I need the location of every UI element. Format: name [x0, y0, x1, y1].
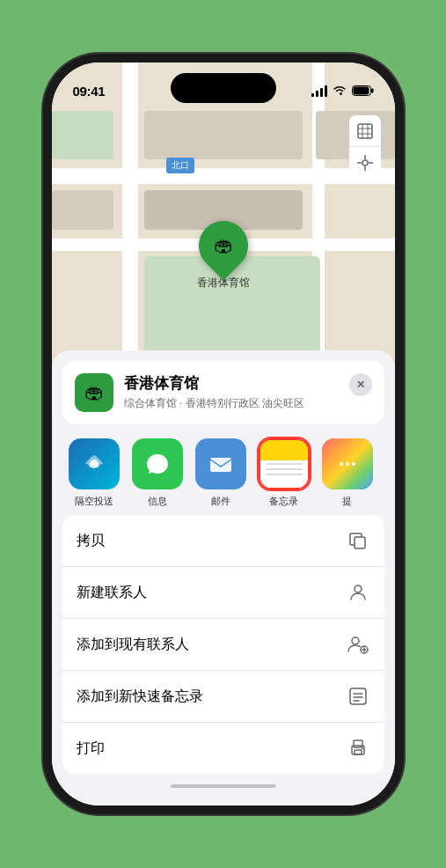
share-notes[interactable]: 备忘录	[252, 438, 316, 508]
svg-point-13	[352, 462, 355, 466]
location-pin: 🏟 香港体育馆	[197, 221, 250, 291]
signal-bars-icon	[311, 85, 327, 97]
print-icon	[346, 736, 370, 761]
pin-emoji: 🏟	[214, 234, 233, 257]
more-label: 提	[342, 495, 352, 508]
venue-card: 🏟 香港体育馆 综合体育馆 · 香港特别行政区 油尖旺区 ✕	[62, 361, 384, 424]
map-type-button[interactable]	[349, 115, 381, 147]
share-airdrop[interactable]: 隔空投送	[62, 438, 126, 508]
location-button[interactable]	[349, 147, 381, 179]
action-new-contact-label: 新建联系人	[77, 584, 147, 602]
svg-point-4	[362, 160, 368, 166]
mail-icon	[195, 438, 246, 489]
svg-rect-14	[355, 537, 365, 548]
note-icon	[346, 684, 370, 709]
phone-frame: 09:41	[52, 63, 395, 805]
notes-icon	[259, 438, 310, 489]
svg-rect-26	[355, 750, 362, 754]
svg-rect-20	[350, 688, 366, 704]
north-exit-label: 北口	[166, 158, 194, 173]
status-icons	[311, 85, 374, 97]
home-indicator	[52, 784, 395, 788]
svg-rect-3	[358, 124, 372, 138]
svg-point-15	[355, 585, 362, 592]
battery-icon	[352, 85, 374, 96]
svg-rect-1	[371, 89, 374, 93]
action-print[interactable]: 打印	[62, 723, 384, 774]
action-print-label: 打印	[77, 739, 105, 758]
bottom-sheet: 🏟 香港体育馆 综合体育馆 · 香港特别行政区 油尖旺区 ✕ 隔空投送	[52, 350, 395, 805]
airdrop-icon	[69, 438, 120, 489]
action-add-existing[interactable]: 添加到现有联系人	[62, 619, 384, 671]
venue-info: 香港体育馆 综合体育馆 · 香港特别行政区 油尖旺区	[124, 373, 372, 411]
svg-point-27	[362, 748, 363, 750]
pin-circle: 🏟	[188, 210, 258, 280]
action-add-note[interactable]: 添加到新快速备忘录	[62, 671, 384, 723]
copy-icon	[346, 528, 370, 553]
action-list: 拷贝 新建联系人	[62, 515, 384, 774]
close-button[interactable]: ✕	[349, 373, 372, 396]
share-more[interactable]: 提	[316, 438, 379, 508]
svg-rect-25	[354, 740, 362, 747]
dynamic-island	[171, 73, 276, 103]
mail-label: 邮件	[211, 495, 230, 508]
person-add-icon	[346, 632, 370, 657]
svg-point-11	[340, 462, 343, 466]
share-row: 隔空投送 信息 邮件	[52, 431, 395, 515]
svg-rect-10	[210, 458, 231, 472]
more-icon	[322, 438, 373, 489]
action-copy[interactable]: 拷贝	[62, 515, 384, 567]
person-icon	[346, 580, 370, 605]
share-messages[interactable]: 信息	[126, 438, 189, 508]
svg-rect-2	[353, 87, 369, 95]
venue-name: 香港体育馆	[124, 373, 372, 394]
airdrop-label: 隔空投送	[75, 495, 113, 508]
wifi-icon	[333, 85, 347, 96]
action-copy-label: 拷贝	[77, 532, 105, 550]
action-new-contact[interactable]: 新建联系人	[62, 567, 384, 619]
status-time: 09:41	[73, 84, 106, 99]
share-mail[interactable]: 邮件	[189, 438, 252, 508]
messages-icon	[132, 438, 183, 489]
messages-label: 信息	[148, 495, 167, 508]
venue-subtitle: 综合体育馆 · 香港特别行政区 油尖旺区	[124, 396, 372, 411]
action-add-existing-label: 添加到现有联系人	[77, 636, 189, 654]
action-add-note-label: 添加到新快速备忘录	[77, 688, 203, 706]
notes-label: 备忘录	[269, 495, 298, 508]
map-controls	[349, 115, 381, 179]
venue-icon: 🏟	[75, 373, 113, 412]
svg-point-12	[346, 462, 349, 466]
svg-point-16	[352, 637, 359, 644]
